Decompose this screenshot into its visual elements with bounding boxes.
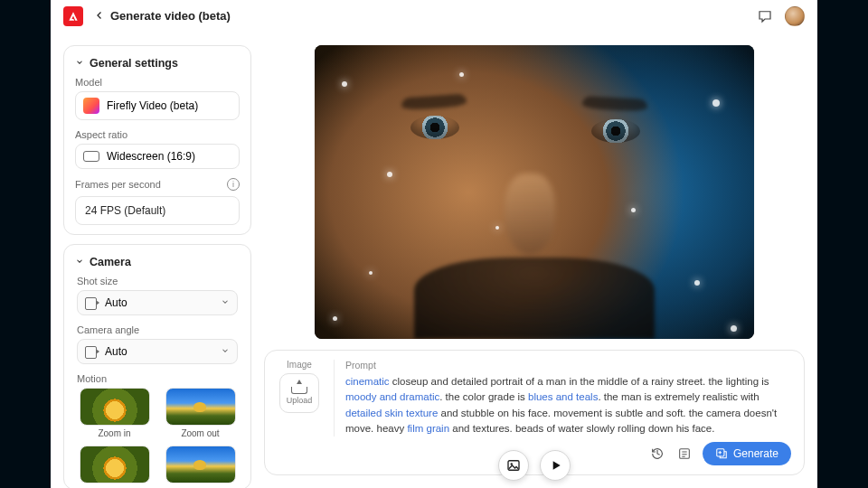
chevron-down-icon: [75, 257, 84, 267]
settings-icon[interactable]: [675, 445, 693, 463]
model-selector[interactable]: Firefly Video (beta): [75, 91, 240, 120]
motion-thumb: [80, 446, 150, 483]
aspect-ratio-selector[interactable]: Widescreen (16:9): [75, 144, 240, 169]
chevron-down-icon: [75, 58, 84, 69]
shot-size-label: Shot size: [77, 276, 245, 286]
feedback-icon[interactable]: [756, 7, 774, 25]
prompt-label: Prompt: [345, 360, 791, 371]
frame-button[interactable]: [498, 450, 529, 481]
camera-panel: Camera Shot size Auto Camera angle Auto …: [63, 244, 251, 488]
adobe-logo: [63, 6, 83, 26]
back-button[interactable]: [94, 9, 105, 23]
motion-thumb: [165, 388, 236, 426]
svg-rect-2: [508, 461, 519, 471]
camera-angle-dropdown[interactable]: Auto: [77, 339, 238, 364]
model-thumb-icon: [83, 98, 99, 114]
play-button[interactable]: [540, 450, 571, 481]
camera-heading[interactable]: Camera: [70, 256, 245, 268]
info-icon[interactable]: i: [227, 178, 240, 191]
image-section-label: Image: [287, 360, 312, 370]
prompt-textarea[interactable]: cinematic closeup and detailed portrait …: [345, 374, 791, 436]
image-upload-button[interactable]: Upload: [279, 373, 319, 413]
page-title: Generate video (beta): [110, 9, 231, 23]
upload-icon: [291, 381, 307, 394]
topbar: Generate video (beta): [51, 0, 817, 33]
camera-icon: [85, 297, 99, 308]
camera-icon: [85, 346, 99, 357]
chevron-down-icon: [221, 346, 230, 357]
history-icon[interactable]: [648, 445, 666, 463]
widescreen-icon: [83, 151, 99, 162]
generate-button[interactable]: Generate: [703, 442, 791, 465]
motion-thumb: [165, 446, 236, 483]
model-label: Model: [75, 77, 240, 88]
motion-option-zoom-in[interactable]: Zoom in: [75, 388, 154, 438]
fps-label: Frames per second: [75, 179, 161, 190]
shot-size-dropdown[interactable]: Auto: [77, 290, 238, 315]
user-avatar[interactable]: [785, 6, 805, 26]
aspect-ratio-label: Aspect ratio: [75, 129, 240, 140]
camera-angle-label: Camera angle: [77, 324, 245, 335]
motion-option-zoom-out[interactable]: Zoom out: [161, 388, 240, 438]
generate-icon: [715, 447, 728, 460]
divider: [334, 360, 335, 436]
content-area: Image Upload Prompt cinematic closeup an…: [264, 45, 805, 475]
motion-option[interactable]: [161, 446, 240, 483]
motion-option[interactable]: [75, 446, 154, 483]
motion-thumb: [80, 388, 150, 426]
motion-label: Motion: [77, 373, 245, 384]
video-preview[interactable]: [315, 45, 754, 339]
general-settings-heading[interactable]: General settings: [75, 57, 240, 70]
fps-selector[interactable]: 24 FPS (Default): [75, 196, 240, 225]
settings-sidebar: General settings Model Firefly Video (be…: [63, 45, 251, 475]
general-settings-panel: General settings Model Firefly Video (be…: [63, 45, 251, 235]
chevron-down-icon: [221, 297, 230, 308]
